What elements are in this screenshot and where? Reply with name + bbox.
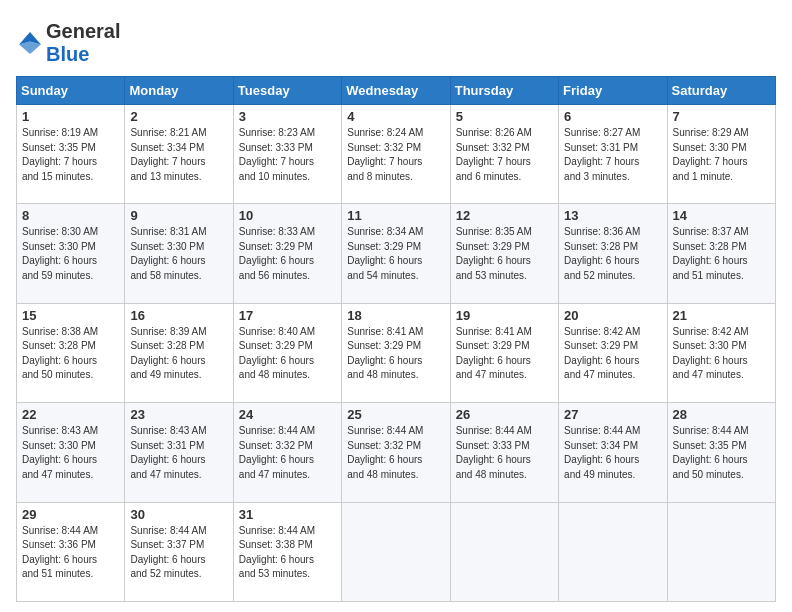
day-cell-21: 21Sunrise: 8:42 AM Sunset: 3:30 PM Dayli… xyxy=(667,303,775,402)
day-cell-9: 9Sunrise: 8:31 AM Sunset: 3:30 PM Daylig… xyxy=(125,204,233,303)
day-number: 21 xyxy=(673,308,770,323)
weekday-header-tuesday: Tuesday xyxy=(233,77,341,105)
day-cell-5: 5Sunrise: 8:26 AM Sunset: 3:32 PM Daylig… xyxy=(450,105,558,204)
calendar-table: SundayMondayTuesdayWednesdayThursdayFrid… xyxy=(16,76,776,602)
day-number: 13 xyxy=(564,208,661,223)
day-cell-10: 10Sunrise: 8:33 AM Sunset: 3:29 PM Dayli… xyxy=(233,204,341,303)
weekday-header-wednesday: Wednesday xyxy=(342,77,450,105)
day-info: Sunrise: 8:33 AM Sunset: 3:29 PM Dayligh… xyxy=(239,225,336,283)
week-row-3: 15Sunrise: 8:38 AM Sunset: 3:28 PM Dayli… xyxy=(17,303,776,402)
day-number: 8 xyxy=(22,208,119,223)
day-info: Sunrise: 8:38 AM Sunset: 3:28 PM Dayligh… xyxy=(22,325,119,383)
day-info: Sunrise: 8:44 AM Sunset: 3:33 PM Dayligh… xyxy=(456,424,553,482)
day-cell-15: 15Sunrise: 8:38 AM Sunset: 3:28 PM Dayli… xyxy=(17,303,125,402)
day-info: Sunrise: 8:39 AM Sunset: 3:28 PM Dayligh… xyxy=(130,325,227,383)
day-info: Sunrise: 8:43 AM Sunset: 3:31 PM Dayligh… xyxy=(130,424,227,482)
day-cell-18: 18Sunrise: 8:41 AM Sunset: 3:29 PM Dayli… xyxy=(342,303,450,402)
day-number: 18 xyxy=(347,308,444,323)
day-number: 31 xyxy=(239,507,336,522)
week-row-5: 29Sunrise: 8:44 AM Sunset: 3:36 PM Dayli… xyxy=(17,502,776,601)
day-info: Sunrise: 8:34 AM Sunset: 3:29 PM Dayligh… xyxy=(347,225,444,283)
day-cell-16: 16Sunrise: 8:39 AM Sunset: 3:28 PM Dayli… xyxy=(125,303,233,402)
day-number: 17 xyxy=(239,308,336,323)
week-row-4: 22Sunrise: 8:43 AM Sunset: 3:30 PM Dayli… xyxy=(17,403,776,502)
empty-cell xyxy=(342,502,450,601)
day-number: 24 xyxy=(239,407,336,422)
day-number: 20 xyxy=(564,308,661,323)
day-info: Sunrise: 8:43 AM Sunset: 3:30 PM Dayligh… xyxy=(22,424,119,482)
day-info: Sunrise: 8:44 AM Sunset: 3:34 PM Dayligh… xyxy=(564,424,661,482)
week-row-2: 8Sunrise: 8:30 AM Sunset: 3:30 PM Daylig… xyxy=(17,204,776,303)
day-info: Sunrise: 8:44 AM Sunset: 3:32 PM Dayligh… xyxy=(347,424,444,482)
day-cell-20: 20Sunrise: 8:42 AM Sunset: 3:29 PM Dayli… xyxy=(559,303,667,402)
day-number: 25 xyxy=(347,407,444,422)
day-number: 28 xyxy=(673,407,770,422)
day-number: 19 xyxy=(456,308,553,323)
day-cell-3: 3Sunrise: 8:23 AM Sunset: 3:33 PM Daylig… xyxy=(233,105,341,204)
day-cell-22: 22Sunrise: 8:43 AM Sunset: 3:30 PM Dayli… xyxy=(17,403,125,502)
day-info: Sunrise: 8:21 AM Sunset: 3:34 PM Dayligh… xyxy=(130,126,227,184)
day-info: Sunrise: 8:44 AM Sunset: 3:35 PM Dayligh… xyxy=(673,424,770,482)
day-info: Sunrise: 8:41 AM Sunset: 3:29 PM Dayligh… xyxy=(347,325,444,383)
day-cell-8: 8Sunrise: 8:30 AM Sunset: 3:30 PM Daylig… xyxy=(17,204,125,303)
day-cell-12: 12Sunrise: 8:35 AM Sunset: 3:29 PM Dayli… xyxy=(450,204,558,303)
page: General Blue SundayMondayTuesdayWednesda… xyxy=(0,0,792,612)
day-info: Sunrise: 8:41 AM Sunset: 3:29 PM Dayligh… xyxy=(456,325,553,383)
weekday-header-row: SundayMondayTuesdayWednesdayThursdayFrid… xyxy=(17,77,776,105)
day-info: Sunrise: 8:40 AM Sunset: 3:29 PM Dayligh… xyxy=(239,325,336,383)
day-number: 4 xyxy=(347,109,444,124)
day-number: 26 xyxy=(456,407,553,422)
day-number: 12 xyxy=(456,208,553,223)
logo: General Blue xyxy=(16,20,120,66)
empty-cell xyxy=(559,502,667,601)
header: General Blue xyxy=(16,16,776,66)
day-info: Sunrise: 8:42 AM Sunset: 3:29 PM Dayligh… xyxy=(564,325,661,383)
day-cell-23: 23Sunrise: 8:43 AM Sunset: 3:31 PM Dayli… xyxy=(125,403,233,502)
weekday-header-saturday: Saturday xyxy=(667,77,775,105)
day-cell-13: 13Sunrise: 8:36 AM Sunset: 3:28 PM Dayli… xyxy=(559,204,667,303)
day-number: 22 xyxy=(22,407,119,422)
day-cell-14: 14Sunrise: 8:37 AM Sunset: 3:28 PM Dayli… xyxy=(667,204,775,303)
weekday-header-monday: Monday xyxy=(125,77,233,105)
day-info: Sunrise: 8:24 AM Sunset: 3:32 PM Dayligh… xyxy=(347,126,444,184)
day-info: Sunrise: 8:26 AM Sunset: 3:32 PM Dayligh… xyxy=(456,126,553,184)
day-cell-1: 1Sunrise: 8:19 AM Sunset: 3:35 PM Daylig… xyxy=(17,105,125,204)
day-info: Sunrise: 8:44 AM Sunset: 3:36 PM Dayligh… xyxy=(22,524,119,582)
day-cell-2: 2Sunrise: 8:21 AM Sunset: 3:34 PM Daylig… xyxy=(125,105,233,204)
weekday-header-friday: Friday xyxy=(559,77,667,105)
day-info: Sunrise: 8:37 AM Sunset: 3:28 PM Dayligh… xyxy=(673,225,770,283)
day-cell-7: 7Sunrise: 8:29 AM Sunset: 3:30 PM Daylig… xyxy=(667,105,775,204)
day-cell-24: 24Sunrise: 8:44 AM Sunset: 3:32 PM Dayli… xyxy=(233,403,341,502)
logo-icon xyxy=(16,29,44,57)
day-number: 11 xyxy=(347,208,444,223)
day-cell-26: 26Sunrise: 8:44 AM Sunset: 3:33 PM Dayli… xyxy=(450,403,558,502)
day-cell-19: 19Sunrise: 8:41 AM Sunset: 3:29 PM Dayli… xyxy=(450,303,558,402)
logo-text: General Blue xyxy=(46,20,120,66)
day-number: 27 xyxy=(564,407,661,422)
day-info: Sunrise: 8:44 AM Sunset: 3:37 PM Dayligh… xyxy=(130,524,227,582)
day-number: 9 xyxy=(130,208,227,223)
empty-cell xyxy=(450,502,558,601)
day-number: 16 xyxy=(130,308,227,323)
day-cell-25: 25Sunrise: 8:44 AM Sunset: 3:32 PM Dayli… xyxy=(342,403,450,502)
day-number: 2 xyxy=(130,109,227,124)
day-info: Sunrise: 8:44 AM Sunset: 3:32 PM Dayligh… xyxy=(239,424,336,482)
day-cell-30: 30Sunrise: 8:44 AM Sunset: 3:37 PM Dayli… xyxy=(125,502,233,601)
day-info: Sunrise: 8:19 AM Sunset: 3:35 PM Dayligh… xyxy=(22,126,119,184)
day-info: Sunrise: 8:30 AM Sunset: 3:30 PM Dayligh… xyxy=(22,225,119,283)
day-number: 1 xyxy=(22,109,119,124)
day-cell-4: 4Sunrise: 8:24 AM Sunset: 3:32 PM Daylig… xyxy=(342,105,450,204)
day-info: Sunrise: 8:31 AM Sunset: 3:30 PM Dayligh… xyxy=(130,225,227,283)
day-number: 30 xyxy=(130,507,227,522)
day-cell-6: 6Sunrise: 8:27 AM Sunset: 3:31 PM Daylig… xyxy=(559,105,667,204)
day-number: 3 xyxy=(239,109,336,124)
day-info: Sunrise: 8:35 AM Sunset: 3:29 PM Dayligh… xyxy=(456,225,553,283)
empty-cell xyxy=(667,502,775,601)
day-info: Sunrise: 8:23 AM Sunset: 3:33 PM Dayligh… xyxy=(239,126,336,184)
day-number: 29 xyxy=(22,507,119,522)
day-number: 15 xyxy=(22,308,119,323)
day-cell-31: 31Sunrise: 8:44 AM Sunset: 3:38 PM Dayli… xyxy=(233,502,341,601)
day-number: 5 xyxy=(456,109,553,124)
day-cell-28: 28Sunrise: 8:44 AM Sunset: 3:35 PM Dayli… xyxy=(667,403,775,502)
day-cell-11: 11Sunrise: 8:34 AM Sunset: 3:29 PM Dayli… xyxy=(342,204,450,303)
